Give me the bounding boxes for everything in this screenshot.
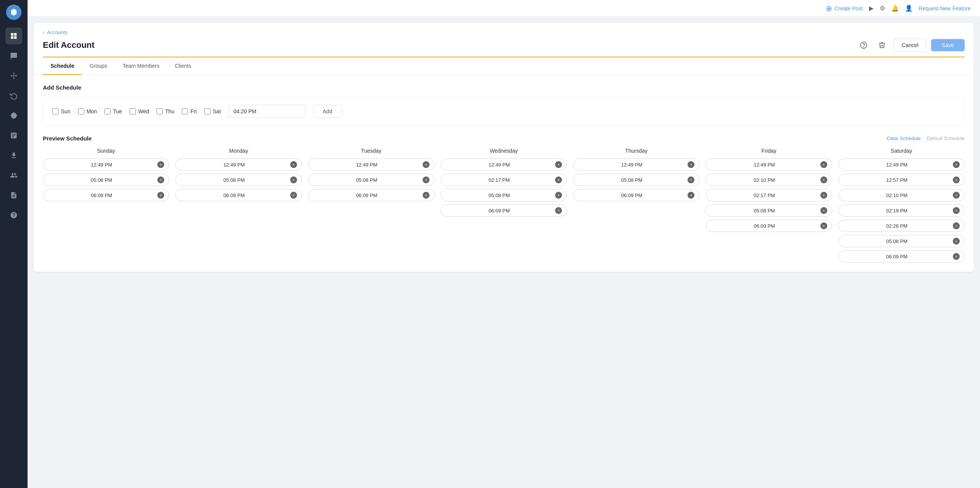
time-pill: 05:08 PM×	[308, 174, 434, 186]
remove-time-button[interactable]: ×	[555, 207, 562, 214]
breadcrumb[interactable]: ‹ Accounts	[43, 29, 965, 35]
checkbox-fri[interactable]	[182, 108, 188, 114]
svg-point-8	[13, 78, 14, 79]
sidebar-item-network[interactable]	[5, 67, 22, 84]
day-header-wednesday: Wednesday	[490, 148, 518, 154]
remove-time-button[interactable]: ×	[423, 176, 430, 183]
remove-time-button[interactable]: ×	[953, 207, 960, 214]
remove-time-button[interactable]: ×	[820, 192, 827, 199]
checkbox-mon[interactable]	[78, 108, 84, 114]
time-pill: 06:09 PM×	[308, 189, 434, 201]
remove-time-button[interactable]: ×	[555, 161, 562, 168]
checkbox-tue[interactable]	[105, 108, 111, 114]
day-col-wednesday: Wednesday12:49 PM×02:17 PM×05:08 PM×06:0…	[441, 148, 567, 263]
remove-time-button[interactable]: ×	[555, 192, 562, 199]
remove-time-button[interactable]: ×	[290, 176, 297, 183]
remove-time-button[interactable]: ×	[820, 176, 827, 183]
time-label: 05:08 PM	[313, 177, 420, 183]
svg-point-6	[16, 75, 17, 76]
schedule-content: Add Schedule Sun Mon Tue Wed	[34, 75, 974, 272]
request-feature-link[interactable]: Request New Feature	[919, 5, 971, 11]
sidebar-item-team[interactable]	[5, 167, 22, 184]
time-label: 05:08 PM	[578, 177, 685, 183]
time-label: 05:08 PM	[446, 193, 553, 198]
remove-time-button[interactable]: ×	[820, 222, 827, 229]
remove-time-button[interactable]: ×	[953, 238, 960, 245]
remove-time-button[interactable]: ×	[820, 161, 827, 168]
remove-time-button[interactable]: ×	[423, 192, 430, 199]
day-checkbox-fri[interactable]: Fri	[182, 108, 196, 114]
schedule-grid: Sunday12:49 PM×05:08 PM×06:09 PM×Monday1…	[43, 148, 965, 263]
time-pill: 12:49 PM×	[838, 158, 965, 171]
day-checkbox-tue[interactable]: Tue	[105, 108, 122, 114]
gear-icon[interactable]: ⚙	[880, 5, 885, 12]
remove-time-button[interactable]: ×	[688, 161, 694, 168]
day-checkbox-sat[interactable]: Sat	[204, 108, 221, 114]
remove-time-button[interactable]: ×	[953, 253, 960, 260]
content-area: ‹ Accounts Edit Account Cancel Save	[28, 17, 980, 488]
day-checkbox-wed[interactable]: Wed	[130, 108, 149, 114]
sidebar-item-dashboard[interactable]	[5, 28, 22, 44]
sidebar-item-support[interactable]	[5, 207, 22, 224]
remove-time-button[interactable]: ×	[953, 222, 960, 229]
cancel-button[interactable]: Cancel	[893, 39, 926, 52]
remove-time-button[interactable]: ×	[290, 192, 297, 199]
day-col-thursday: Thursday12:49 PM×05:08 PM×06:09 PM×	[573, 148, 699, 263]
remove-time-button[interactable]: ×	[820, 207, 827, 214]
preview-header: Preview Schedule Clear Schedule Default …	[43, 135, 965, 142]
time-pill: 06:09 PM×	[175, 189, 302, 201]
tab-groups[interactable]: Groups	[82, 57, 115, 75]
sidebar-item-downloads[interactable]	[5, 147, 22, 164]
time-label: 02:17 PM	[446, 177, 553, 183]
remove-time-button[interactable]: ×	[423, 161, 430, 168]
bell-icon[interactable]: 🔔	[891, 5, 899, 12]
checkbox-sat[interactable]	[204, 108, 211, 114]
play-icon[interactable]: ▶	[869, 5, 874, 12]
remove-time-button[interactable]: ×	[688, 192, 694, 199]
time-label: 12:57 PM	[843, 177, 951, 183]
sidebar-item-messages[interactable]	[5, 47, 22, 64]
sidebar-item-reports[interactable]	[5, 187, 22, 204]
day-checkbox-sun[interactable]: Sun	[52, 108, 70, 114]
save-button[interactable]: Save	[931, 39, 965, 51]
time-pill: 12:49 PM×	[441, 158, 567, 171]
user-icon[interactable]: 👤	[905, 5, 913, 12]
remove-time-button[interactable]: ×	[157, 176, 164, 183]
time-pill: 06:09 PM×	[43, 189, 169, 201]
time-pill: 06:09 PM×	[441, 204, 567, 217]
tab-clients[interactable]: Clients	[167, 57, 199, 75]
sidebar-item-recycle[interactable]	[5, 87, 22, 104]
remove-time-button[interactable]: ×	[953, 161, 960, 168]
day-checkbox-thu[interactable]: Thu	[157, 108, 174, 114]
time-label: 06:09 PM	[710, 223, 818, 229]
time-pill: 05:08 PM×	[706, 204, 832, 217]
time-input[interactable]	[229, 105, 305, 118]
logo[interactable]	[6, 5, 21, 20]
remove-time-button[interactable]: ×	[157, 192, 164, 199]
default-schedule-button[interactable]: Default Schedule	[927, 135, 965, 141]
remove-time-button[interactable]: ×	[953, 192, 960, 199]
checkbox-thu[interactable]	[157, 108, 163, 114]
remove-time-button[interactable]: ×	[555, 176, 562, 183]
checkbox-wed[interactable]	[130, 108, 136, 114]
remove-time-button[interactable]: ×	[953, 176, 960, 183]
remove-time-button[interactable]: ×	[688, 176, 694, 183]
add-button[interactable]: Add	[313, 105, 342, 118]
remove-time-button[interactable]: ×	[290, 161, 297, 168]
help-button[interactable]	[857, 38, 871, 52]
clear-schedule-button[interactable]: Clear Schedule	[887, 135, 921, 141]
checkbox-sun[interactable]	[52, 108, 59, 114]
day-col-friday: Friday12:49 PM×02:10 PM×02:17 PM×05:08 P…	[706, 148, 832, 263]
page-header: ‹ Accounts Edit Account Cancel Save	[34, 23, 974, 57]
sidebar-item-analytics[interactable]	[5, 127, 22, 144]
tab-schedule[interactable]: Schedule	[43, 57, 82, 75]
sidebar-item-broadcast[interactable]	[5, 107, 22, 124]
tab-team-members[interactable]: Team Members	[115, 57, 167, 75]
svg-point-5	[11, 75, 12, 76]
time-pill: 12:49 PM×	[573, 158, 699, 171]
create-post-button[interactable]: ⊕ Create Post	[826, 4, 863, 13]
day-checkbox-mon[interactable]: Mon	[78, 108, 97, 114]
remove-time-button[interactable]: ×	[157, 161, 164, 168]
delete-button[interactable]	[875, 38, 889, 52]
day-col-saturday: Saturday12:49 PM×12:57 PM×02:10 PM×02:19…	[838, 148, 965, 263]
